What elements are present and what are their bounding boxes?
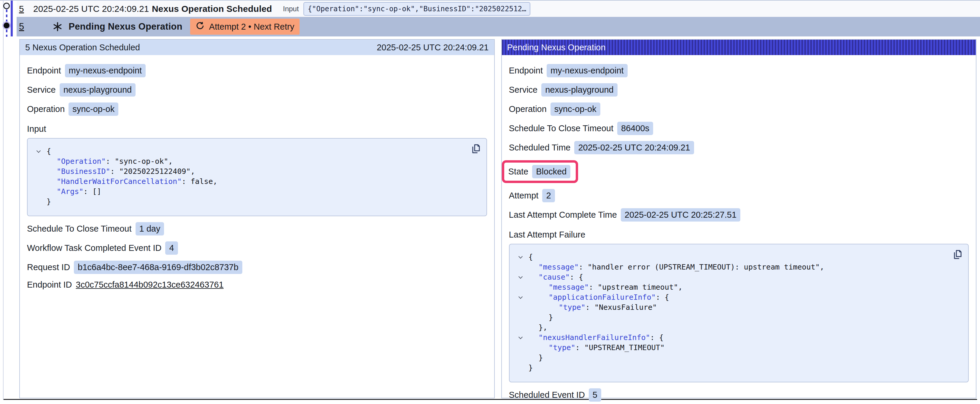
panel-body-scheduled: Endpointmy-nexus-endpointServicenexus-pl…	[20, 55, 494, 301]
event-marker-circle-icon	[3, 3, 10, 9]
code-line: },	[518, 323, 952, 333]
code-gutter	[518, 282, 528, 292]
field-value-badge: 2025-02-25 UTC 20:24:09.21	[574, 141, 694, 154]
code-line: }	[36, 196, 470, 207]
code-gutter	[518, 262, 528, 272]
field-value-badge: nexus-playground	[541, 83, 617, 97]
event-timestamp: 2025-02-25 UTC 20:24:09.21	[33, 4, 152, 14]
field-value-badge: nexus-playground	[60, 83, 136, 97]
field-value-badge: 1 day	[135, 222, 164, 236]
panel-header-scheduled: 5 Nexus Operation Scheduled 2025-02-25 U…	[20, 40, 494, 55]
field-label: Schedule To Close Timeout	[509, 124, 614, 133]
event-row-pending[interactable]: 5 Pending Nexus Operation Attempt 2 • Ne…	[17, 17, 980, 36]
event-id-link[interactable]: 5	[19, 21, 24, 32]
code-gutter	[36, 176, 46, 187]
event-title: Pending Nexus Operation	[68, 21, 182, 32]
field-row: Workflow Task Completed Event ID4	[27, 241, 487, 255]
code-line: }	[518, 312, 952, 323]
field-label: Scheduled Event ID	[509, 390, 585, 400]
chevron-down-icon[interactable]	[518, 292, 528, 303]
input-inline-label: Input	[283, 5, 299, 13]
asterisk-icon	[52, 22, 63, 32]
field-value-badge: Blocked	[532, 165, 570, 178]
field-row: Last Attempt Complete Time2025-02-25 UTC…	[509, 208, 969, 222]
code-gutter	[36, 166, 46, 176]
field-label: State	[508, 167, 528, 176]
field-value-badge: my-nexus-endpoint	[65, 64, 146, 77]
retry-icon	[196, 21, 205, 32]
code-line: "type": "UPSTREAM_TIMEOUT"	[518, 343, 952, 353]
code-gutter	[518, 323, 528, 333]
field-value-badge: 5	[589, 388, 601, 402]
annotation-highlight: StateBlocked	[502, 160, 578, 183]
field-row: Scheduled Time2025-02-25 UTC 20:24:09.21	[509, 141, 969, 154]
json-viewer-input: {"Operation": "sync-op-ok","BusinessID":…	[27, 138, 487, 216]
field-label: Operation	[27, 104, 65, 114]
timeline-rail	[0, 0, 17, 39]
input-section-label: Input	[27, 124, 487, 134]
field-row: Attempt2	[509, 189, 969, 202]
code-line: "applicationFailureInfo": {	[518, 292, 952, 303]
field-row: Request IDb1c6a4bc-8ee7-468a-9169-df3b02…	[27, 261, 487, 274]
code-line: {	[36, 146, 470, 156]
field-row: Operationsync-op-ok	[509, 103, 969, 116]
panel-title: Pending Nexus Operation	[507, 43, 606, 52]
retry-badge: Attempt 2 • Next Retry	[190, 19, 299, 35]
panel-timestamp: 2025-02-25 UTC 20:24:09.21	[377, 43, 488, 52]
code-line: }	[518, 363, 952, 373]
code-gutter	[518, 353, 528, 363]
chevron-down-icon[interactable]	[518, 272, 528, 282]
chevron-down-icon[interactable]	[518, 333, 528, 343]
fields-bottom: Scheduled Event ID5Blocked ReasonThe cir…	[509, 388, 969, 404]
field-label: Request ID	[27, 262, 70, 272]
chevron-down-icon[interactable]	[518, 252, 528, 262]
timeline-active-bar	[11, 1, 13, 36]
top-border	[0, 0, 980, 1]
panel-header-pending: Pending Nexus Operation	[502, 40, 976, 55]
code-line: "cause": {	[518, 272, 952, 282]
field-label: Schedule To Close Timeout	[27, 224, 132, 234]
copy-icon	[471, 151, 482, 155]
endpoint-id-link[interactable]: 3c0c75ccfa8144b092c13ce632463761	[76, 280, 224, 290]
outer-left-border	[3, 0, 3, 400]
code-gutter	[518, 303, 528, 312]
event-details-panel-pending: Pending Nexus Operation Endpointmy-nexus…	[501, 39, 977, 398]
field-label: Service	[27, 85, 56, 95]
field-label: Service	[509, 85, 538, 95]
event-details: 5 Nexus Operation Scheduled 2025-02-25 U…	[19, 39, 977, 398]
failure-section-label: Last Attempt Failure	[509, 230, 969, 239]
code-line: "message": "upstream timeout",	[518, 282, 952, 292]
field-row: Schedule To Close Timeout86400s	[509, 122, 969, 135]
copy-icon	[952, 257, 963, 261]
input-preview-chip[interactable]: {"Operation":"sync-op-ok","BusinessID":"…	[304, 2, 530, 16]
event-title: Nexus Operation Scheduled	[152, 4, 283, 14]
field-label: Attempt	[509, 191, 539, 201]
code-gutter	[36, 196, 46, 207]
field-value-badge: 2	[542, 189, 555, 202]
code-gutter	[36, 187, 46, 196]
code-line: "nexusHandlerFailureInfo": {	[518, 333, 952, 343]
field-row: Operationsync-op-ok	[27, 103, 487, 116]
chevron-down-icon[interactable]	[36, 146, 46, 156]
event-id-link[interactable]: 5	[19, 4, 33, 14]
field-value-badge: my-nexus-endpoint	[547, 64, 628, 77]
copy-button[interactable]	[471, 143, 482, 155]
json-code: {"Operation": "sync-op-ok","BusinessID":…	[36, 146, 470, 207]
code-line: }	[518, 353, 952, 363]
copy-button[interactable]	[952, 249, 963, 261]
field-value-badge: sync-op-ok	[550, 103, 600, 116]
code-gutter	[518, 363, 528, 373]
retry-badge-label: Attempt 2 • Next Retry	[209, 22, 294, 32]
field-label: Endpoint	[509, 66, 543, 76]
code-line: "Args": []	[36, 187, 470, 196]
code-line: "HandlerWaitForCancellation": false,	[36, 176, 470, 187]
field-row: StateBlocked	[509, 160, 969, 183]
event-details-panel-scheduled: 5 Nexus Operation Scheduled 2025-02-25 U…	[19, 39, 495, 398]
field-value-badge: 86400s	[617, 122, 653, 135]
json-viewer-failure: {"message": "handler error (UPSTREAM_TIM…	[509, 244, 969, 382]
code-line: {	[518, 252, 952, 262]
field-row: Schedule To Close Timeout1 day	[27, 222, 487, 236]
code-line: "Operation": "sync-op-ok",	[36, 156, 470, 166]
code-line: "BusinessID": "20250225122409",	[36, 166, 470, 176]
event-row-scheduled[interactable]: 5 2025-02-25 UTC 20:24:09.21 Nexus Opera…	[17, 1, 980, 17]
